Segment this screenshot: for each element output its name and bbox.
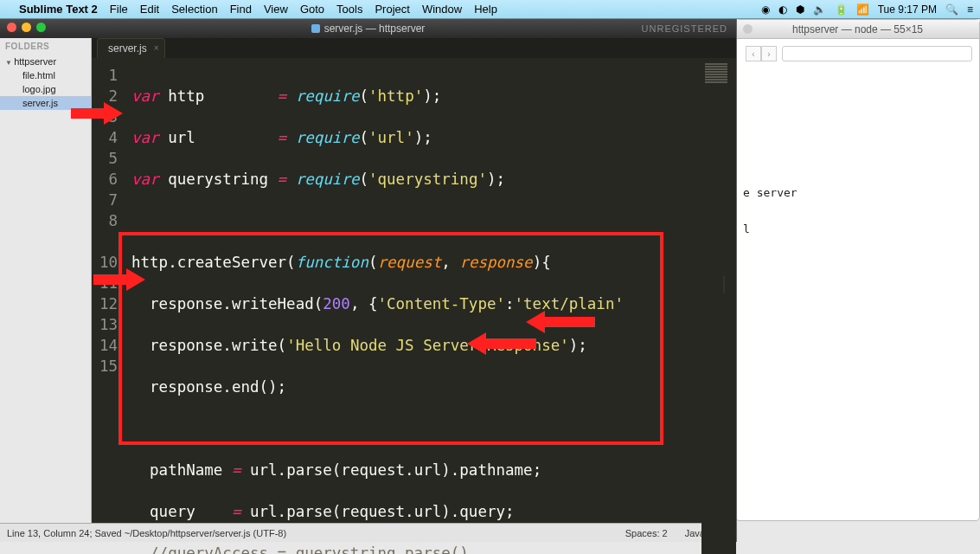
sidebar[interactable]: FOLDERS httpserver file.html logo.jpg se… bbox=[0, 38, 92, 523]
gutter: 1 2 3 4 5 6 7 8 10 11 12 13 14 15 bbox=[92, 58, 125, 554]
menu-help[interactable]: Help bbox=[474, 3, 497, 16]
menu-view[interactable]: View bbox=[264, 3, 288, 16]
unregistered-label: UNREGISTERED bbox=[642, 23, 727, 34]
terminal-line: l bbox=[743, 221, 972, 239]
terminal-title: httpserver — node — 55×15 bbox=[792, 23, 923, 35]
sidebar-file[interactable]: file.html bbox=[0, 68, 91, 82]
menu-file[interactable]: File bbox=[110, 3, 128, 16]
sidebar-header: FOLDERS bbox=[0, 38, 91, 55]
sublime-window: server.js — httpserver UNREGISTERED FOLD… bbox=[0, 19, 737, 542]
minimize-icon[interactable] bbox=[22, 23, 31, 32]
path-nav[interactable]: ‹› bbox=[746, 46, 777, 61]
menu-edit[interactable]: Edit bbox=[140, 3, 159, 16]
sublime-titlebar[interactable]: server.js — httpserver UNREGISTERED bbox=[0, 19, 736, 38]
menu-window[interactable]: Window bbox=[422, 3, 462, 16]
terminal-body[interactable]: e server l bbox=[736, 177, 979, 245]
menu-selection[interactable]: Selection bbox=[171, 3, 217, 16]
close-icon[interactable] bbox=[7, 23, 16, 32]
tab-serverjs[interactable]: server.js × bbox=[97, 38, 165, 58]
terminal-line: e server bbox=[743, 184, 972, 203]
terminal-titlebar: httpserver — node — 55×15 bbox=[736, 20, 979, 39]
sidebar-file-selected[interactable]: server.js bbox=[0, 96, 91, 110]
editor[interactable]: 1 2 3 4 5 6 7 8 10 11 12 13 14 15 var ht… bbox=[92, 58, 736, 554]
close-tab-icon[interactable]: × bbox=[154, 43, 159, 53]
spotlight-icon[interactable]: 🔍 bbox=[945, 3, 958, 16]
sidebar-file[interactable]: logo.jpg bbox=[0, 82, 91, 96]
text-cursor-icon bbox=[723, 276, 725, 293]
menubar-app[interactable]: Sublime Text 2 bbox=[19, 3, 98, 16]
menu-find[interactable]: Find bbox=[230, 3, 252, 16]
clock[interactable]: Tue 9:17 PM bbox=[878, 3, 937, 16]
sidebar-folder[interactable]: httpserver bbox=[0, 55, 91, 68]
volume-icon[interactable]: 🔈 bbox=[813, 3, 826, 16]
dropbox-icon[interactable]: ⬢ bbox=[796, 3, 804, 16]
wifi-icon[interactable]: 📶 bbox=[856, 3, 869, 16]
maximize-icon[interactable] bbox=[36, 23, 46, 32]
tab-label: server.js bbox=[108, 42, 147, 55]
sublime-title: server.js — httpserver bbox=[324, 23, 426, 35]
file-icon bbox=[311, 24, 320, 33]
menu-goto[interactable]: Goto bbox=[300, 3, 324, 16]
path-input[interactable] bbox=[782, 46, 972, 61]
menu-project[interactable]: Project bbox=[375, 3, 409, 16]
notifications-icon[interactable]: ≡ bbox=[967, 3, 973, 16]
tabbar[interactable]: server.js × bbox=[92, 38, 736, 58]
menu-tools[interactable]: Tools bbox=[336, 3, 362, 16]
mac-menubar: Sublime Text 2 File Edit Selection Find … bbox=[0, 0, 980, 19]
status-icon[interactable]: ◉ bbox=[761, 3, 770, 16]
terminal-window[interactable]: httpserver — node — 55×15 ‹› e server l bbox=[735, 19, 980, 521]
editor-area: server.js × 1 2 3 4 5 6 7 8 10 11 12 bbox=[92, 38, 736, 523]
battery-icon[interactable]: 🔋 bbox=[835, 3, 848, 16]
status-icon[interactable]: ◐ bbox=[778, 3, 787, 16]
minimap[interactable] bbox=[701, 58, 736, 554]
code[interactable]: var http = require('http'); var url = re… bbox=[125, 58, 701, 554]
